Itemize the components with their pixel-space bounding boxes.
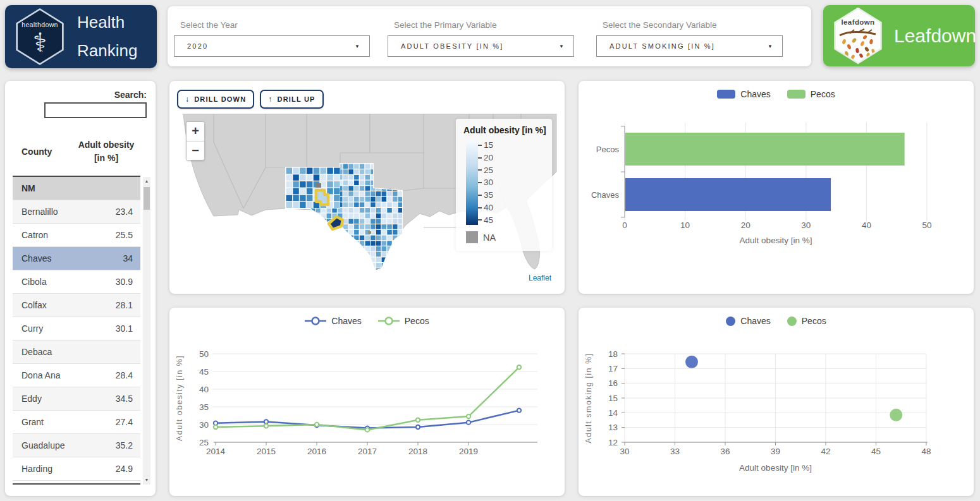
value-column-header[interactable]: Adult obesity [in %]	[75, 128, 140, 176]
legend-na-row: NA	[463, 231, 546, 243]
primary-filter-label: Select the Primary Variable	[394, 20, 574, 30]
year-filter-group: Select the Year 2020 ▼	[174, 20, 370, 57]
table-row[interactable]: Eddy34.5	[13, 387, 140, 411]
table-row[interactable]: Guadalupe35.2	[13, 434, 140, 457]
line-chart: 253035404550201420152016201720182019Adul…	[169, 333, 565, 491]
state-group-row[interactable]: NM	[13, 177, 140, 200]
table-row[interactable]: Debaca	[13, 341, 140, 364]
bar-chart-panel: ChavesPecos 01020304050PecosChavesAdult …	[579, 81, 974, 294]
legend-item[interactable]: Pecos	[787, 89, 835, 99]
legend-item-label: Pecos	[811, 89, 835, 99]
drill-down-button[interactable]: ↓ DRILL DOWN	[177, 90, 254, 109]
legend-item[interactable]: Pecos	[378, 316, 429, 326]
legend-gradient-bar	[466, 140, 478, 225]
year-filter-label: Select the Year	[180, 20, 370, 30]
value-cell: 34	[100, 253, 133, 263]
zoom-in-button[interactable]: +	[187, 122, 204, 141]
svg-text:45: 45	[871, 447, 881, 456]
legend-na-swatch	[466, 231, 478, 243]
svg-text:2017: 2017	[358, 447, 377, 456]
value-cell: 30.1	[100, 323, 133, 334]
secondary-variable-select[interactable]: ADULT SMOKING [IN %] ▼	[596, 35, 783, 57]
scroll-down-arrow[interactable]: ▼	[143, 476, 150, 485]
table-row[interactable]: Grant27.4	[13, 411, 140, 434]
legend-tick: 25	[478, 166, 493, 175]
legend-item[interactable]: Chaves	[726, 316, 770, 326]
chevron-down-icon: ▼	[559, 36, 565, 57]
svg-text:Adult smoking [in %]: Adult smoking [in %]	[584, 353, 593, 443]
table-scrollbar[interactable]: ▲ ▼	[143, 177, 150, 485]
filter-bar: Select the Year 2020 ▼ Select the Primar…	[168, 6, 811, 66]
svg-text:10: 10	[680, 220, 690, 230]
county-cell: Dona Ana	[21, 370, 100, 380]
map-panel: ↓ DRILL DOWN ↑ DRILL UP	[169, 81, 565, 294]
table-row[interactable]: Chaves34	[13, 247, 140, 270]
value-cell: 27.4	[100, 417, 133, 427]
svg-text:16: 16	[608, 378, 618, 388]
legend-item-label: Chaves	[331, 316, 361, 326]
legend-item[interactable]: Pecos	[787, 316, 826, 326]
legend-item-label: Pecos	[405, 316, 429, 326]
search-input[interactable]	[44, 102, 147, 118]
leaflet-attribution[interactable]: Leaflet	[525, 273, 555, 283]
svg-text:48: 48	[921, 447, 931, 456]
leafdown-branch-icon	[838, 26, 878, 59]
na-county[interactable]	[315, 183, 321, 188]
bar-chart-legend: ChavesPecos	[579, 89, 974, 99]
scroll-up-arrow[interactable]: ▲	[143, 177, 150, 186]
secondary-filter-group: Select the Secondary Variable ADULT SMOK…	[596, 20, 783, 57]
svg-text:2014: 2014	[206, 447, 226, 456]
legend-tick: 40	[478, 203, 493, 212]
svg-text:Pecos: Pecos	[596, 145, 620, 154]
na-county-tx	[368, 231, 371, 234]
year-select-value: 2020	[187, 42, 208, 50]
county-cell: Eddy	[21, 394, 100, 404]
health-ranking-logo: healthdown ⚕ Health Ranking	[5, 5, 157, 68]
svg-text:45: 45	[199, 367, 209, 377]
legend-item-label: Pecos	[802, 316, 826, 326]
year-select[interactable]: 2020 ▼	[174, 35, 370, 57]
zoom-out-button[interactable]: −	[187, 141, 204, 160]
choropleth-map[interactable]: + − Adult obesity [in %] 15202530354045 …	[177, 114, 557, 284]
table-row[interactable]: Catron25.5	[13, 224, 140, 247]
scroll-thumb[interactable]	[144, 187, 150, 210]
drill-buttons: ↓ DRILL DOWN ↑ DRILL UP	[177, 90, 324, 109]
county-cell: Bernalillo	[21, 207, 100, 217]
svg-text:30: 30	[199, 420, 209, 430]
svg-text:50: 50	[922, 220, 931, 230]
county-cell: Cibola	[21, 277, 100, 287]
county-column-header[interactable]: County	[13, 128, 75, 176]
legend-item-label: Chaves	[740, 89, 770, 99]
county-cell: Grant	[21, 417, 100, 427]
table-row[interactable]: Dona Ana28.4	[13, 364, 140, 387]
legend-item-label: Chaves	[740, 316, 770, 326]
svg-text:0: 0	[622, 220, 627, 230]
legend-item[interactable]: Chaves	[305, 316, 361, 326]
svg-text:30: 30	[801, 220, 811, 230]
bar-chart: 01020304050PecosChavesAdult obesity [in …	[579, 109, 974, 286]
table-row[interactable]: Harding24.9	[13, 457, 140, 481]
value-cell: 34.5	[100, 394, 133, 404]
map-legend-title: Adult obesity [in %]	[463, 125, 546, 135]
legend-item[interactable]: Chaves	[717, 89, 770, 99]
primary-select-value: ADULT OBESITY [IN %]	[401, 42, 504, 50]
search-label: Search:	[44, 90, 147, 100]
value-cell: 35.2	[100, 440, 133, 450]
table-row[interactable]: Colfax28.1	[13, 294, 140, 317]
county-table-body: NM Bernalillo23.4Catron25.5Chaves34Cibol…	[13, 177, 140, 485]
primary-filter-group: Select the Primary Variable ADULT OBESIT…	[388, 20, 574, 57]
map-zoom-control: + −	[186, 121, 205, 160]
county-cell: Harding	[21, 464, 100, 474]
table-header: County Adult obesity [in %]	[13, 128, 140, 177]
svg-text:25: 25	[199, 438, 209, 447]
svg-text:Adult obesity [in %]: Adult obesity [in %]	[739, 463, 812, 473]
arrow-up-icon: ↑	[268, 95, 273, 104]
table-row[interactable]: Bernalillo23.4	[13, 200, 140, 224]
svg-text:50: 50	[199, 349, 209, 359]
drill-up-button[interactable]: ↑ DRILL UP	[260, 90, 323, 109]
primary-variable-select[interactable]: ADULT OBESITY [IN %] ▼	[388, 35, 574, 57]
table-row[interactable]: Curry30.1	[13, 317, 140, 341]
map-legend: Adult obesity [in %] 15202530354045 NA	[456, 119, 552, 251]
table-row[interactable]: Cibola30.9	[13, 270, 140, 294]
svg-text:18: 18	[608, 349, 618, 359]
